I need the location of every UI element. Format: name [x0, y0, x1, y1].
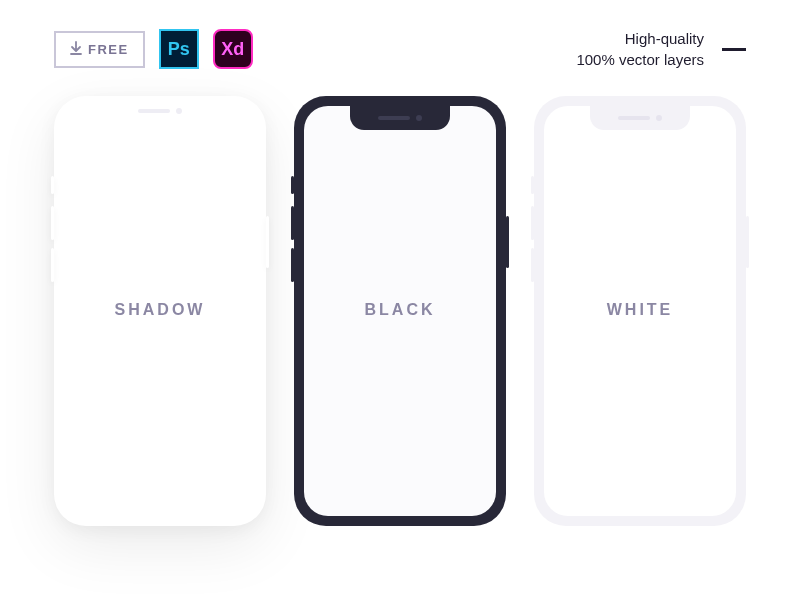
phone-screen: BLACK — [304, 106, 496, 516]
notch-sensors — [618, 115, 662, 121]
camera-icon — [176, 108, 182, 114]
dash-icon — [722, 48, 746, 51]
phone-shadow-wrap: SHADOW — [54, 96, 266, 526]
phone-label-white: WHITE — [607, 301, 674, 319]
xd-icon[interactable]: Xd — [213, 29, 253, 69]
volume-down-button — [531, 248, 534, 282]
phone-label-shadow: SHADOW — [115, 301, 206, 319]
free-badge[interactable]: FREE — [54, 31, 145, 68]
free-label: FREE — [88, 42, 129, 57]
speaker-icon — [138, 109, 170, 113]
phone-label-black: BLACK — [365, 301, 436, 319]
speaker-icon — [618, 116, 650, 120]
volume-down-button — [291, 248, 294, 282]
notch — [350, 106, 450, 130]
tagline: High-quality 100% vector layers — [576, 28, 704, 70]
header-left: FREE Ps Xd — [54, 29, 253, 69]
phone-white-wrap: WHITE — [534, 96, 746, 526]
power-button — [266, 216, 269, 268]
phones-row: SHADOW BLACK — [54, 96, 746, 526]
volume-up-button — [291, 206, 294, 240]
phone-mockup-black: BLACK — [294, 96, 506, 526]
notch — [590, 106, 690, 130]
ps-label: Ps — [168, 39, 190, 60]
volume-up-button — [531, 206, 534, 240]
tagline-line-2: 100% vector layers — [576, 49, 704, 70]
mute-switch — [531, 176, 534, 194]
xd-label: Xd — [221, 39, 244, 60]
mute-switch — [291, 176, 294, 194]
camera-icon — [416, 115, 422, 121]
tagline-line-1: High-quality — [576, 28, 704, 49]
notch-sensors — [378, 115, 422, 121]
phone-mockup-shadow: SHADOW — [54, 96, 266, 526]
mute-switch — [51, 176, 54, 194]
camera-icon — [656, 115, 662, 121]
notch-sensors — [138, 108, 182, 114]
power-button — [746, 216, 749, 268]
power-button — [506, 216, 509, 268]
download-icon — [70, 41, 82, 58]
phone-screen: WHITE — [544, 106, 736, 516]
header-right: High-quality 100% vector layers — [576, 28, 746, 70]
volume-down-button — [51, 248, 54, 282]
volume-up-button — [51, 206, 54, 240]
speaker-icon — [378, 116, 410, 120]
header: FREE Ps Xd High-quality 100% vector laye… — [54, 28, 746, 70]
phone-mockup-white: WHITE — [534, 96, 746, 526]
photoshop-icon[interactable]: Ps — [159, 29, 199, 69]
phone-black-wrap: BLACK — [294, 96, 506, 526]
